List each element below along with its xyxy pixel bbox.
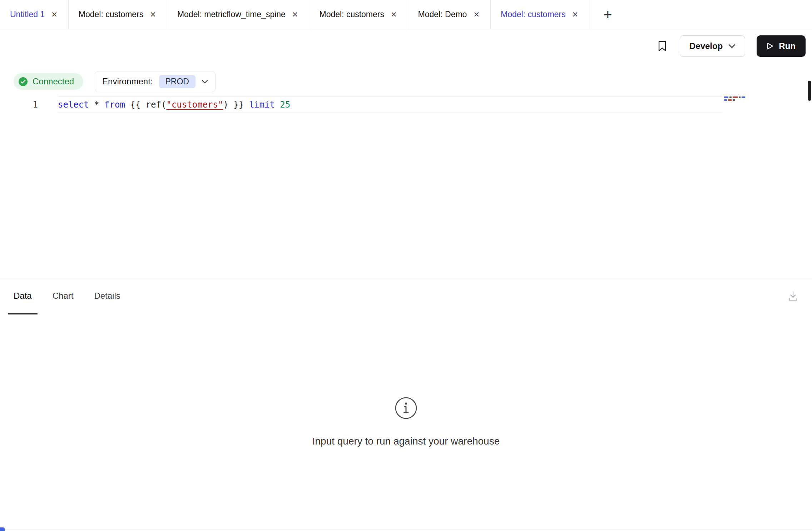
environment-selector[interactable]: Environment: PROD: [95, 71, 216, 92]
close-icon[interactable]: ✕: [149, 10, 157, 19]
code-token: from: [104, 100, 125, 110]
app-root: Untitled 1 ✕ Model: customers ✕ Model: m…: [0, 0, 812, 531]
code-token: select: [58, 100, 89, 110]
bookmark-icon[interactable]: [656, 39, 668, 53]
tab-chart[interactable]: Chart: [47, 278, 79, 314]
tab-details[interactable]: Details: [88, 278, 126, 314]
develop-label: Develop: [689, 41, 723, 51]
scrollbar-thumb[interactable]: [808, 81, 811, 101]
editor-minimap: [724, 96, 756, 102]
tab-model-demo[interactable]: Model: Demo ✕: [408, 0, 491, 29]
results-tab-bar: Data Chart Details: [0, 278, 812, 314]
close-icon[interactable]: ✕: [390, 10, 398, 19]
environment-value-pill: PROD: [159, 75, 195, 88]
connection-status-badge: Connected: [14, 73, 83, 90]
results-panel: Data Chart Details Input query to run ag…: [0, 278, 812, 529]
tab-label: Model: customers: [79, 10, 144, 19]
connected-label: Connected: [33, 76, 74, 86]
tab-label: Model: customers: [501, 10, 566, 19]
tab-data[interactable]: Data: [8, 278, 38, 314]
code-area[interactable]: select * from {{ ref("customers") }} lim…: [58, 96, 722, 278]
tab-label: Untitled 1: [10, 10, 45, 19]
tab-untitled-1[interactable]: Untitled 1 ✕: [0, 0, 69, 29]
close-icon[interactable]: ✕: [291, 10, 299, 19]
environment-label: Environment:: [102, 76, 153, 86]
tab-model-customers-3[interactable]: Model: customers ✕: [491, 0, 589, 29]
code-line[interactable]: select * from {{ ref("customers") }} lim…: [58, 96, 722, 113]
code-token: {{ ref(: [125, 100, 167, 110]
line-number-gutter: 1: [0, 96, 38, 278]
bottom-divider: [0, 530, 812, 530]
tab-model-customers-2[interactable]: Model: customers ✕: [309, 0, 408, 29]
editor-tab-bar: Untitled 1 ✕ Model: customers ✕ Model: m…: [0, 0, 812, 29]
sql-editor[interactable]: 1 select * from {{ ref("customers") }} l…: [0, 96, 812, 278]
run-button[interactable]: Run: [757, 35, 806, 57]
empty-state-message: Input query to run against your warehous…: [312, 436, 500, 447]
chevron-down-icon: [202, 80, 208, 84]
close-icon[interactable]: ✕: [50, 10, 58, 19]
code-token: limit: [249, 100, 275, 110]
download-icon[interactable]: [786, 289, 800, 304]
develop-dropdown[interactable]: Develop: [680, 35, 745, 57]
line-number: 1: [33, 100, 38, 110]
tab-label: Model: customers: [319, 10, 384, 19]
chevron-down-icon: [728, 44, 736, 48]
status-row: Connected Environment: PROD: [0, 72, 812, 91]
empty-state: Input query to run against your warehous…: [312, 396, 500, 447]
run-label: Run: [779, 41, 796, 51]
tab-model-metricflow-time-spine[interactable]: Model: metricflow_time_spine ✕: [167, 0, 310, 29]
bottom-left-indicator: [0, 527, 5, 531]
code-token-ref-link[interactable]: "customers": [166, 100, 223, 110]
results-body: Input query to run against your warehous…: [0, 314, 812, 529]
close-icon[interactable]: ✕: [571, 10, 579, 19]
code-token: *: [89, 100, 104, 110]
check-circle-icon: [18, 77, 28, 86]
tab-label: Model: metricflow_time_spine: [177, 10, 286, 19]
close-icon[interactable]: ✕: [472, 10, 480, 19]
info-icon: [394, 396, 418, 420]
add-tab-button[interactable]: +: [599, 0, 617, 29]
code-token: ) }}: [223, 100, 249, 110]
tab-model-customers-1[interactable]: Model: customers ✕: [69, 0, 167, 29]
tab-label: Model: Demo: [418, 10, 467, 19]
play-icon: [767, 42, 774, 50]
code-token: 25: [280, 100, 290, 110]
toolbar: Develop Run: [0, 29, 812, 63]
code-token: [275, 100, 280, 110]
